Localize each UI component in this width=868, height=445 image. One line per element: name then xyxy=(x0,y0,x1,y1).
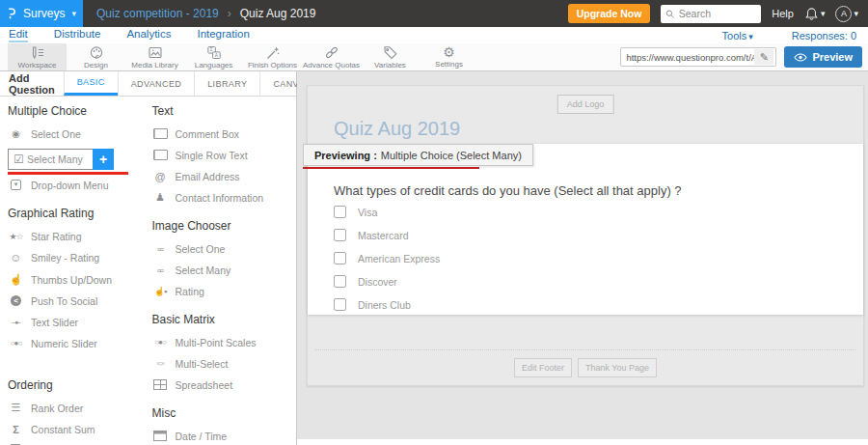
chevron-down-icon xyxy=(748,34,753,41)
sidebar-item-image-select-one[interactable]: Select One xyxy=(152,242,297,255)
toolbar-advance-quotas[interactable]: Advance Quotas xyxy=(302,43,361,70)
toolbar-languages[interactable]: ΣA Languages xyxy=(184,43,243,70)
add-select-many-button[interactable]: + xyxy=(93,149,114,170)
sidebar-item-single-row-text[interactable]: Single Row Text xyxy=(152,149,297,161)
top-bar: Surveys Quiz competition - 2019 › Quiz A… xyxy=(0,0,868,27)
section-text: Text Comment Box Single Row Text Email A… xyxy=(152,104,297,204)
option-label: Diners Club xyxy=(358,299,411,311)
previewing-tab: Previewing : Multiple Choice (Select Man… xyxy=(303,144,533,166)
sidebar-item-text-slider[interactable]: Text Slider xyxy=(8,316,152,328)
email-address-icon xyxy=(152,171,169,182)
option-label: Discover xyxy=(358,276,397,288)
sidebar-item-dropdown-menu[interactable]: Drop-down Menu xyxy=(8,179,152,191)
sidebar-item-select-many[interactable]: Select Many + xyxy=(8,149,114,170)
toolbar-workspace[interactable]: Workspace xyxy=(8,43,67,70)
star-rating-icon xyxy=(8,232,24,241)
toolbar-design[interactable]: Design xyxy=(67,43,125,70)
menu-items: Edit Distribute Analytics Integration xyxy=(9,28,250,42)
add-logo-button[interactable]: Add Logo xyxy=(557,95,614,114)
checkbox[interactable] xyxy=(334,275,346,288)
topbar-actions: Upgrade Now Help A xyxy=(568,4,868,23)
section-graphical-rating: Graphical Rating Star Rating Smiley - Ra… xyxy=(8,207,152,349)
sidebar-item-comment-box[interactable]: Comment Box xyxy=(152,127,297,140)
upgrade-now-button[interactable]: Upgrade Now xyxy=(568,4,651,23)
svg-text:Σ: Σ xyxy=(209,46,212,52)
sidebar-item-multi-point-scales[interactable]: Multi-Point Scales xyxy=(152,336,297,348)
edit-footer-button[interactable]: Edit Footer xyxy=(514,358,572,377)
question-types-column-1: Multiple Choice Select One Select Many + xyxy=(8,104,152,445)
toolbar-variables[interactable]: Variables xyxy=(361,43,420,70)
tab-library[interactable]: LIBRARY xyxy=(194,71,259,96)
menu-item-integration[interactable]: Integration xyxy=(197,28,249,42)
variables-icon xyxy=(383,45,398,60)
add-question-panel: Add Question BASIC ADVANCED LIBRARY CANV… xyxy=(0,71,297,445)
toolbar-media-library[interactable]: Media Library xyxy=(125,43,184,70)
chevron-down-icon xyxy=(854,9,858,18)
menubar-right: Tools Responses: 0 xyxy=(722,30,868,42)
checkbox[interactable] xyxy=(334,298,346,311)
sidebar-item-email-address[interactable]: Email Address xyxy=(152,170,297,182)
section-ordering: Ordering Rank Order Constant Sum Drag an… xyxy=(8,378,152,445)
sidebar-item-contact-information[interactable]: Contact Information xyxy=(152,191,297,204)
bell-icon xyxy=(804,7,819,21)
option-row: Visa xyxy=(334,206,440,218)
product-name: Surveys xyxy=(23,7,65,20)
option-row: Mastercard xyxy=(334,229,440,241)
tab-advanced[interactable]: ADVANCED xyxy=(118,71,195,96)
sidebar-item-multi-select[interactable]: Multi-Select xyxy=(152,357,297,370)
date-time-icon xyxy=(152,431,169,441)
edit-url-icon[interactable]: ✎ xyxy=(754,49,773,65)
sidebar-item-date-time[interactable]: Date / Time xyxy=(152,430,297,442)
sidebar-item-thumbs-updown[interactable]: Thumbs Up/Down xyxy=(8,273,152,286)
sidebar-item-image-select-many[interactable]: Select Many xyxy=(152,264,297,276)
sidebar-item-smiley-rating[interactable]: Smiley - Rating xyxy=(8,251,152,264)
checkbox[interactable] xyxy=(334,252,346,264)
menu-item-edit[interactable]: Edit xyxy=(9,28,28,42)
sidebar-item-image-rating[interactable]: Rating xyxy=(152,285,297,297)
search-input[interactable] xyxy=(679,8,757,19)
sidebar-item-star-rating[interactable]: Star Rating xyxy=(8,230,152,242)
numeric-slider-icon xyxy=(8,339,24,348)
help-link[interactable]: Help xyxy=(772,8,794,19)
design-icon xyxy=(89,45,104,60)
responses-count-link[interactable]: Responses: 0 xyxy=(792,30,856,42)
toolbar-settings[interactable]: ⚙ Settings xyxy=(420,43,478,70)
selection-underline xyxy=(8,172,128,175)
add-question-header: Add Question BASIC ADVANCED LIBRARY CANV… xyxy=(0,71,296,97)
notifications-menu[interactable] xyxy=(804,7,826,21)
preview-button[interactable]: Preview xyxy=(784,46,862,68)
menu-item-distribute[interactable]: Distribute xyxy=(54,28,101,42)
question-types: Multiple Choice Select One Select Many + xyxy=(0,97,296,445)
survey-url-input[interactable] xyxy=(621,52,754,63)
toolbar-finish-options[interactable]: Finish Options xyxy=(243,43,302,70)
account-menu[interactable]: A xyxy=(835,6,858,22)
section-multiple-choice: Multiple Choice Select One Select Many + xyxy=(8,104,152,191)
thank-you-page-button[interactable]: Thank You Page xyxy=(578,358,657,377)
breadcrumb-folder[interactable]: Quiz competition - 2019 xyxy=(96,7,219,20)
spreadsheet-icon xyxy=(152,379,169,390)
survey-toolbar: Workspace Design Media Library ΣA Langua… xyxy=(0,43,868,71)
chevron-down-icon xyxy=(821,9,826,18)
sidebar-item-spreadsheet[interactable]: Spreadsheet xyxy=(152,378,297,391)
survey-page-panel: Add Logo Quiz Aug 2019 Previewing : Mult… xyxy=(307,85,864,386)
thumbs-updown-icon xyxy=(8,273,24,286)
sidebar-item-numeric-slider[interactable]: Numeric Slider xyxy=(8,337,152,349)
sidebar-item-select-one[interactable]: Select One xyxy=(8,127,152,140)
media-library-icon xyxy=(148,45,163,60)
text-slider-icon xyxy=(8,319,24,325)
dropdown-menu-icon xyxy=(8,180,24,190)
checkbox[interactable] xyxy=(334,206,346,218)
menu-item-analytics[interactable]: Analytics xyxy=(126,28,171,42)
sidebar-item-push-to-social[interactable]: Push To Social xyxy=(8,294,152,307)
breadcrumb-separator: › xyxy=(228,7,231,20)
sidebar-item-rank-order[interactable]: Rank Order xyxy=(8,402,152,414)
tools-menu[interactable]: Tools xyxy=(722,30,753,42)
surveys-product-menu[interactable]: Surveys xyxy=(0,0,83,27)
checkbox[interactable] xyxy=(334,229,346,241)
search-box[interactable] xyxy=(661,5,761,23)
option-row: Discover xyxy=(334,275,440,288)
single-row-text-icon xyxy=(152,150,169,160)
previewing-underline xyxy=(303,167,479,169)
tab-basic[interactable]: BASIC xyxy=(64,71,118,96)
sidebar-item-constant-sum[interactable]: Constant Sum xyxy=(8,423,152,435)
